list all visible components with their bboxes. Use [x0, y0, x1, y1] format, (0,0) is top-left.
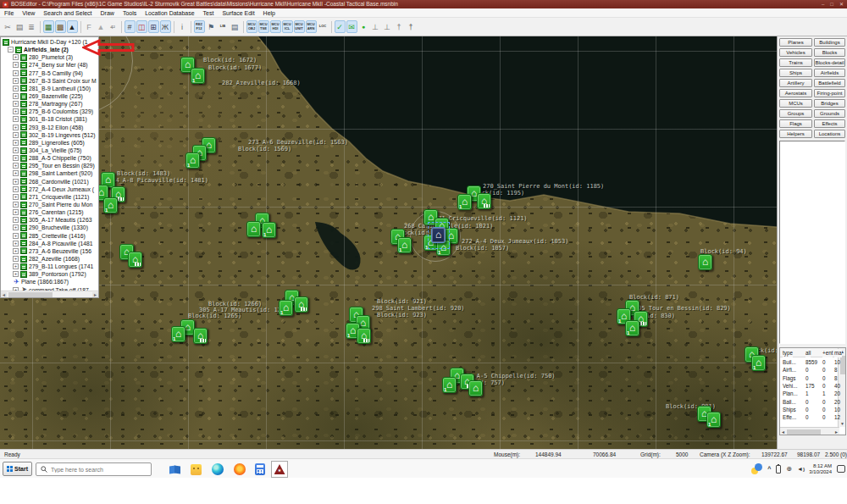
rez-f12-button[interactable]: REZF12: [194, 20, 205, 33]
tree-item-281-b-9-lantheuil-150[interactable]: +281_B-9 Lantheuil (150): [1, 85, 98, 92]
tray-expand-chevron-icon[interactable]: ^: [767, 466, 771, 472]
tree-expander-icon[interactable]: +: [13, 147, 19, 153]
runway-b-button[interactable]: ⊥: [382, 20, 393, 33]
tree-expander-icon[interactable]: +: [13, 271, 19, 277]
tree-item-290-brucheville-1330[interactable]: +290_Brucheville (1330): [1, 224, 98, 231]
panel-button-mcus[interactable]: MCUs: [779, 99, 812, 108]
menu-item-test[interactable]: Test: [199, 10, 219, 16]
scroll-left-arrow[interactable]: ◄: [781, 429, 785, 435]
tree-item-289-lignerolles-605[interactable]: +289_Lignerolles (605): [1, 139, 98, 147]
scroll-thumb[interactable]: [787, 429, 821, 435]
panel-button-vehicles[interactable]: Vehicles: [779, 48, 812, 57]
mcu-icl-button[interactable]: MCUICL: [282, 20, 293, 33]
panel-button-airfields[interactable]: Airfields: [814, 69, 845, 77]
tree-item-282-azeville-1668[interactable]: +282_Azeville (1668): [1, 255, 98, 263]
panel-button-blocks-detail[interactable]: Blocks-detail: [814, 58, 845, 67]
tree-item-273-a-6-beuzeville-156[interactable]: +273_A-6 Beuzeville (156: [1, 247, 98, 255]
tree-expander-icon[interactable]: +: [13, 209, 19, 215]
tree-expander-icon[interactable]: +: [13, 132, 19, 138]
cut-button[interactable]: ✂: [3, 20, 14, 33]
scroll-down-arrow[interactable]: ▼: [839, 421, 846, 426]
tree-item-288-a-5-chippelle-750[interactable]: +288_A-5 Chippelle (750): [1, 154, 98, 162]
objects-toggle-button[interactable]: ◫: [136, 20, 147, 33]
building-group-icon[interactable]: ⌂1: [279, 300, 293, 316]
panel-button-flags[interactable]: Flags: [779, 119, 812, 128]
panel-button-artillery[interactable]: Artillery: [779, 79, 812, 87]
tree-item-278-martragny-267[interactable]: +278_Martragny (267): [1, 100, 98, 108]
mcu-obj-button[interactable]: MCUOBJ: [246, 20, 257, 33]
tree-item-274-beny-sur-mer-48[interactable]: +274_Beny sur Mer (48): [1, 61, 98, 69]
mcu-unit-button[interactable]: MCUUNIT: [294, 20, 305, 33]
tree-expander-icon[interactable]: +: [13, 125, 19, 130]
railways-toggle-button[interactable]: Ж: [160, 20, 171, 33]
tree-expander-icon[interactable]: +: [13, 263, 19, 269]
panel-button-groups[interactable]: Groups: [779, 109, 812, 118]
building-group-icon[interactable]: ⌂: [357, 328, 371, 344]
tree-item-389-pontorson-1792[interactable]: +389_Pontorson (1792): [1, 270, 98, 278]
panel-button-planes[interactable]: Planes: [779, 38, 812, 47]
tray-clock[interactable]: 8:12 AM 3/10/2024: [809, 463, 832, 475]
calculator-icon[interactable]: [252, 461, 268, 478]
tree-horizontal-scrollbar[interactable]: ◄ ►: [1, 291, 98, 297]
building-group-icon[interactable]: ⌂: [294, 296, 308, 313]
table-header-ma[interactable]: ma: [834, 349, 842, 357]
building-group-icon[interactable]: ⌂: [468, 380, 483, 396]
minimize-button[interactable]: –: [822, 0, 824, 8]
menu-item-help[interactable]: Help: [259, 10, 280, 16]
panel-button-bridges[interactable]: Bridges: [814, 99, 845, 108]
lib-button[interactable]: LIB: [218, 20, 229, 33]
table-header-all[interactable]: all: [805, 349, 811, 357]
mail-button[interactable]: ✉: [346, 20, 357, 33]
menu-item-draw[interactable]: Draw: [97, 10, 119, 16]
tree-expander-icon[interactable]: +: [13, 194, 19, 200]
notification-icon[interactable]: [837, 465, 845, 473]
menu-item-tools[interactable]: Tools: [119, 10, 141, 16]
tree-item-267-b-3-saint-croix-sur-m[interactable]: +267_B-3 Saint Croix sur M: [1, 77, 98, 85]
tree-expander-icon[interactable]: +: [13, 78, 19, 84]
tree-item-301-b-18-cristot-381[interactable]: +301_B-18 Cristot (381): [1, 115, 98, 123]
tree-item-295-tour-en-bessin-829[interactable]: +295_Tour en Bessin (829): [1, 162, 98, 169]
close-button[interactable]: ✕: [839, 0, 844, 8]
map-scale-button[interactable]: 4²: [108, 20, 119, 33]
hill-shade-button[interactable]: ▲: [96, 20, 107, 33]
tree-expander-icon[interactable]: −: [8, 47, 14, 53]
tree-item-298-saint-lambert-920[interactable]: +298_Saint Lambert (920): [1, 169, 98, 177]
tree-item-293-b-12-ellon-458[interactable]: +293_B-12 Ellon (458): [1, 124, 98, 131]
tree-item-270-saint-pierre-du-mon[interactable]: +270_Saint Pierre du Mon: [1, 201, 98, 208]
tree-expander-icon[interactable]: +: [13, 101, 19, 107]
building-group-icon[interactable]: ⌂: [477, 193, 491, 209]
grid-toggle-button[interactable]: #: [125, 20, 136, 33]
object-list-box[interactable]: [779, 141, 845, 344]
table-header-type[interactable]: type: [783, 349, 793, 357]
table-header-ent[interactable]: +ent: [822, 349, 833, 357]
tree-item-272-a-4-deux-jumeaux[interactable]: +272_A-4 Deux Jumeaux (: [1, 186, 98, 193]
building-group-icon[interactable]: ⌂: [193, 328, 208, 344]
mcu-tse-button[interactable]: MCUTSE: [258, 20, 269, 33]
tree-item-275-b-6-coulombs-329[interactable]: +275_B-6 Coulombs (329): [1, 108, 98, 115]
building-group-icon[interactable]: ⌂: [246, 221, 261, 237]
terrain-view-button[interactable]: ▦: [43, 20, 54, 33]
tree-expander-icon[interactable]: +: [13, 256, 19, 262]
building-group-icon[interactable]: ⌂1: [397, 237, 412, 253]
antenna-a-button[interactable]: †: [394, 20, 405, 33]
scroll-left-arrow[interactable]: ◄: [1, 292, 7, 297]
tree-item-304-la-vieille-675[interactable]: +304_La_Vieille (675): [1, 147, 98, 154]
tree-item-plane[interactable]: ✈Plane (1866:1867): [1, 278, 98, 285]
scroll-right-arrow[interactable]: ►: [92, 292, 98, 297]
panel-button-aerostats[interactable]: Aerostats: [779, 89, 812, 97]
tree-item-277-b-5-camilly-94[interactable]: +277_B-5 Camilly (94): [1, 69, 98, 77]
terrain-texture-button[interactable]: ▩: [55, 20, 66, 33]
network-icon[interactable]: ⊕: [786, 465, 792, 473]
panel-button-helpers[interactable]: Helpers: [779, 130, 812, 138]
building-group-icon[interactable]: ⌂: [128, 252, 142, 268]
tree-expander-icon[interactable]: +: [13, 140, 19, 146]
tree-item-284-a-8-picauville-1481[interactable]: +284_A-8 Picauville (1481: [1, 240, 98, 247]
panel-button-locations[interactable]: Locations: [814, 130, 845, 138]
tree-expander-icon[interactable]: +: [13, 217, 19, 223]
menu-item-search-and-select[interactable]: Search and Select: [39, 10, 96, 16]
building-group-icon[interactable]: ⌂1: [262, 222, 276, 238]
mcu-arn-button[interactable]: MCUARN: [306, 20, 317, 33]
library-book-button[interactable]: ▤: [230, 20, 241, 33]
table-horizontal-scrollbar[interactable]: ◄ ►: [780, 427, 839, 435]
scroll-thumb[interactable]: [8, 292, 53, 297]
